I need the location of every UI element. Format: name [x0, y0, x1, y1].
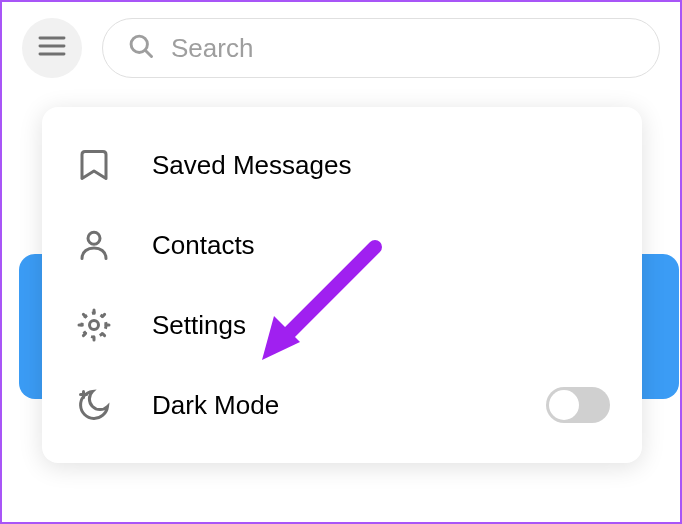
menu-item-contacts[interactable]: Contacts	[42, 205, 642, 285]
menu-item-label: Settings	[152, 310, 610, 341]
dark-mode-toggle[interactable]	[546, 387, 610, 423]
menu-item-label: Contacts	[152, 230, 610, 261]
svg-point-7	[82, 313, 106, 337]
toggle-knob	[549, 390, 579, 420]
moon-icon	[74, 385, 114, 425]
svg-point-5	[88, 232, 100, 244]
menu-item-saved-messages[interactable]: Saved Messages	[42, 125, 642, 205]
main-menu-dropdown: Saved Messages Contacts Settings	[42, 107, 642, 463]
menu-item-dark-mode[interactable]: Dark Mode	[42, 365, 642, 445]
hamburger-menu-button[interactable]	[22, 18, 82, 78]
app-header	[2, 2, 680, 94]
person-icon	[74, 225, 114, 265]
menu-item-label: Saved Messages	[152, 150, 610, 181]
menu-item-settings[interactable]: Settings	[42, 285, 642, 365]
search-icon	[127, 32, 155, 64]
gear-icon	[74, 305, 114, 345]
hamburger-icon	[36, 30, 68, 66]
svg-point-6	[90, 321, 99, 330]
search-input[interactable]	[171, 33, 635, 64]
menu-item-label: Dark Mode	[152, 390, 508, 421]
bookmark-icon	[74, 145, 114, 185]
search-bar[interactable]	[102, 18, 660, 78]
svg-line-4	[145, 50, 151, 56]
